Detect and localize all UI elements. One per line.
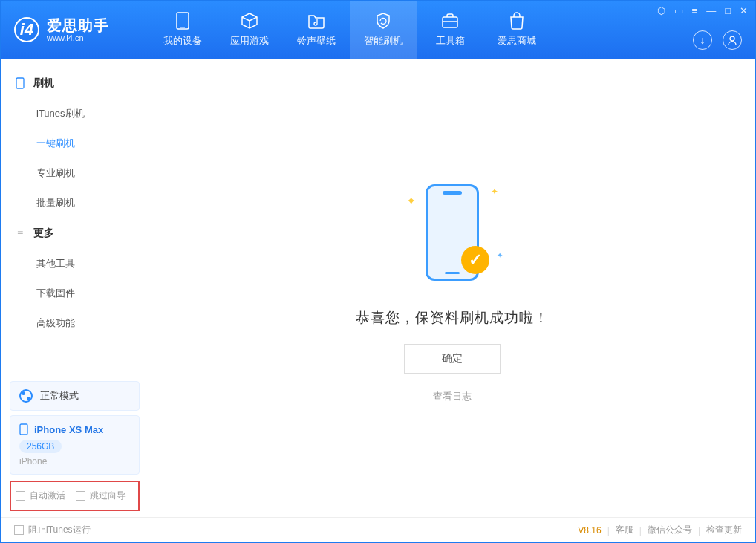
title-bar: i4 爱思助手 www.i4.cn 我的设备 应用游戏 铃声壁纸 智能刷机: [1, 1, 755, 59]
checkmark-badge-icon: ✓: [461, 246, 489, 274]
main-content: ✦ ✦ ✦ ✓ 恭喜您，保资料刷机成功啦！ 确定 查看日志: [149, 59, 755, 517]
checkbox-label: 跳过向导: [90, 490, 126, 502]
more-icon: ≡: [14, 227, 26, 239]
tab-ringtones[interactable]: 铃声壁纸: [283, 1, 350, 59]
checkbox-icon: [14, 525, 24, 535]
window-controls: ⬡ ▭ ≡ — □ ✕: [657, 5, 748, 16]
sidebar-item-pro-flash[interactable]: 专业刷机: [1, 158, 149, 188]
section-title: 更多: [33, 227, 54, 240]
device-mode-box[interactable]: 正常模式: [10, 381, 140, 411]
flash-options-highlight: 自动激活 跳过向导: [10, 481, 140, 511]
tab-label: 铃声壁纸: [297, 34, 336, 48]
main-tabs: 我的设备 应用游戏 铃声壁纸 智能刷机 工具箱 爱思商城: [149, 1, 550, 59]
tab-flash[interactable]: 智能刷机: [350, 1, 417, 59]
sidebar: 刷机 iTunes刷机 一键刷机 专业刷机 批量刷机 ≡ 更多 其他工具 下载固…: [1, 59, 149, 517]
mode-label: 正常模式: [40, 389, 79, 403]
view-log-link[interactable]: 查看日志: [433, 390, 472, 403]
device-icon: [14, 77, 26, 89]
auto-activate-checkbox[interactable]: 自动激活: [16, 490, 65, 502]
skip-guide-checkbox[interactable]: 跳过向导: [76, 490, 126, 502]
tab-label: 智能刷机: [364, 34, 403, 48]
tab-toolbox[interactable]: 工具箱: [417, 1, 483, 59]
tab-mydevice[interactable]: 我的设备: [149, 1, 216, 59]
sidebar-item-other-tools[interactable]: 其他工具: [1, 249, 149, 279]
phone-small-icon: [19, 423, 28, 435]
section-title: 刷机: [33, 77, 54, 90]
device-type: iPhone: [19, 456, 130, 466]
device-info-box[interactable]: iPhone XS Max 256GB iPhone: [10, 415, 140, 475]
ok-button[interactable]: 确定: [404, 344, 501, 374]
check-update-link[interactable]: 检查更新: [706, 524, 742, 536]
bag-icon: [508, 12, 526, 30]
svg-rect-2: [443, 17, 457, 27]
svg-rect-4: [16, 78, 24, 88]
mode-icon: [19, 389, 33, 403]
sidebar-list: 刷机 iTunes刷机 一键刷机 专业刷机 批量刷机 ≡ 更多 其他工具 下载固…: [1, 59, 149, 377]
tab-label: 我的设备: [163, 34, 202, 48]
svg-point-3: [730, 36, 734, 41]
tab-label: 应用游戏: [230, 34, 269, 48]
support-link[interactable]: 客服: [616, 524, 633, 536]
sidebar-item-oneclick-flash[interactable]: 一键刷机: [1, 129, 149, 158]
account-button[interactable]: [723, 30, 742, 50]
sidebar-item-batch-flash[interactable]: 批量刷机: [1, 188, 149, 218]
tab-apps[interactable]: 应用游戏: [216, 1, 283, 59]
minimize-button[interactable]: —: [706, 5, 716, 16]
success-message: 恭喜您，保资料刷机成功啦！: [356, 308, 549, 328]
music-folder-icon: [307, 12, 325, 30]
status-bar: 阻止iTunes运行 V8.16 | 客服 | 微信公众号 | 检查更新: [1, 517, 755, 542]
wechat-link[interactable]: 微信公众号: [648, 524, 692, 536]
svg-rect-0: [177, 13, 189, 29]
app-title: 爱思助手: [47, 17, 109, 33]
sidebar-section-flash: 刷机: [1, 68, 149, 99]
success-illustration: ✦ ✦ ✦ ✓: [393, 173, 512, 292]
cube-icon: [241, 12, 258, 30]
shield-refresh-icon: [374, 12, 392, 30]
device-name: iPhone XS Max: [34, 424, 103, 435]
tab-label: 爱思商城: [498, 34, 536, 48]
sidebar-item-advanced[interactable]: 高级功能: [1, 308, 149, 338]
sparkle-icon: ✦: [491, 186, 498, 197]
sidebar-bottom: 正常模式 iPhone XS Max 256GB iPhone 自动激活: [1, 377, 149, 517]
phone-icon: [174, 12, 192, 30]
tab-store[interactable]: 爱思商城: [483, 1, 550, 59]
header-actions: ↓: [693, 30, 742, 50]
checkbox-label: 自动激活: [30, 490, 65, 502]
briefcase-icon: [441, 12, 459, 30]
checkbox-icon: [76, 491, 85, 501]
logo-icon: i4: [14, 17, 39, 42]
checkbox-label: 阻止iTunes运行: [28, 524, 91, 536]
menu-icon[interactable]: ▭: [674, 5, 683, 16]
checkbox-icon: [16, 491, 25, 501]
device-storage: 256GB: [19, 440, 62, 453]
sidebar-item-download-fw[interactable]: 下载固件: [1, 279, 149, 308]
close-button[interactable]: ✕: [740, 5, 748, 16]
shirt-icon[interactable]: ⬡: [657, 5, 665, 16]
version-label: V8.16: [578, 525, 601, 536]
list-icon[interactable]: ≡: [692, 5, 698, 16]
maximize-button[interactable]: □: [725, 5, 731, 16]
download-button[interactable]: ↓: [693, 30, 712, 50]
sidebar-section-more: ≡ 更多: [1, 218, 149, 249]
sparkle-icon: ✦: [406, 194, 416, 208]
body: 刷机 iTunes刷机 一键刷机 专业刷机 批量刷机 ≡ 更多 其他工具 下载固…: [1, 59, 755, 517]
app-window: i4 爱思助手 www.i4.cn 我的设备 应用游戏 铃声壁纸 智能刷机: [0, 0, 756, 543]
sidebar-item-itunes-flash[interactable]: iTunes刷机: [1, 99, 149, 129]
app-logo: i4 爱思助手 www.i4.cn: [1, 17, 149, 42]
svg-rect-5: [20, 424, 27, 435]
sparkle-icon: ✦: [497, 251, 503, 259]
svg-rect-1: [180, 27, 185, 28]
app-url: www.i4.cn: [47, 33, 109, 42]
tab-label: 工具箱: [436, 34, 465, 48]
block-itunes-checkbox[interactable]: 阻止iTunes运行: [14, 524, 91, 536]
